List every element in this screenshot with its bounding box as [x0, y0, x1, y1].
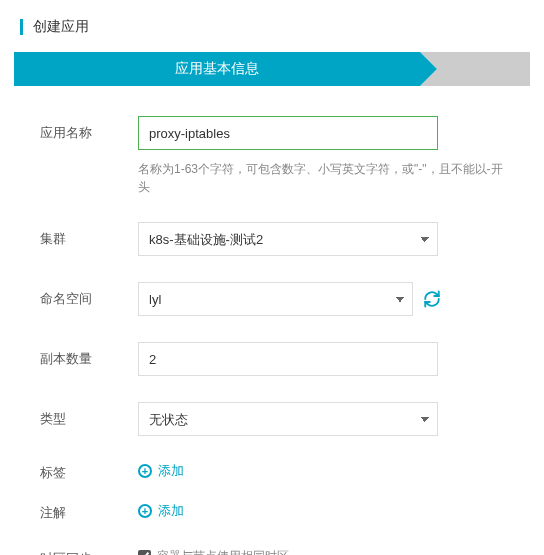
step-basic-info[interactable]: 应用基本信息 — [14, 52, 420, 86]
step-label: 应用基本信息 — [175, 60, 259, 78]
label-labels: 标签 — [40, 462, 138, 482]
namespace-select[interactable]: lyl — [138, 282, 413, 316]
label-tzsync: 时区同步 — [40, 548, 138, 555]
add-label-button[interactable]: + 添加 — [138, 462, 184, 480]
row-labels: 标签 + 添加 — [40, 462, 504, 482]
label-type: 类型 — [40, 402, 138, 428]
label-cluster: 集群 — [40, 222, 138, 248]
app-name-helper: 名称为1-63个字符，可包含数字、小写英文字符，或"-"，且不能以-开头 — [138, 160, 504, 196]
add-label-text: 添加 — [158, 462, 184, 480]
row-annotations: 注解 + 添加 — [40, 502, 504, 522]
page-header: 创建应用 — [0, 0, 544, 52]
tzsync-text: 容器与节点使用相同时区 — [157, 548, 289, 555]
app-name-input[interactable] — [138, 116, 438, 150]
label-annotations: 注解 — [40, 502, 138, 522]
row-cluster: 集群 k8s-基础设施-测试2 — [40, 222, 504, 256]
label-namespace: 命名空间 — [40, 282, 138, 308]
replicas-input[interactable] — [138, 342, 438, 376]
page-title: 创建应用 — [33, 18, 89, 36]
add-annotation-text: 添加 — [158, 502, 184, 520]
row-replicas: 副本数量 — [40, 342, 504, 376]
row-namespace: 命名空间 lyl — [40, 282, 504, 316]
row-tzsync: 时区同步 容器与节点使用相同时区 — [40, 548, 504, 555]
form: 应用名称 名称为1-63个字符，可包含数字、小写英文字符，或"-"，且不能以-开… — [0, 116, 544, 555]
cluster-select[interactable]: k8s-基础设施-测试2 — [138, 222, 438, 256]
label-replicas: 副本数量 — [40, 342, 138, 368]
plus-icon: + — [138, 504, 152, 518]
stepper: 应用基本信息 — [14, 52, 530, 86]
type-select[interactable]: 无状态 — [138, 402, 438, 436]
plus-icon: + — [138, 464, 152, 478]
header-accent-bar — [20, 19, 23, 35]
add-annotation-button[interactable]: + 添加 — [138, 502, 184, 520]
tzsync-checkbox[interactable] — [138, 550, 151, 555]
row-type: 类型 无状态 — [40, 402, 504, 436]
label-app-name: 应用名称 — [40, 116, 138, 142]
row-app-name: 应用名称 名称为1-63个字符，可包含数字、小写英文字符，或"-"，且不能以-开… — [40, 116, 504, 196]
refresh-icon[interactable] — [423, 290, 441, 308]
